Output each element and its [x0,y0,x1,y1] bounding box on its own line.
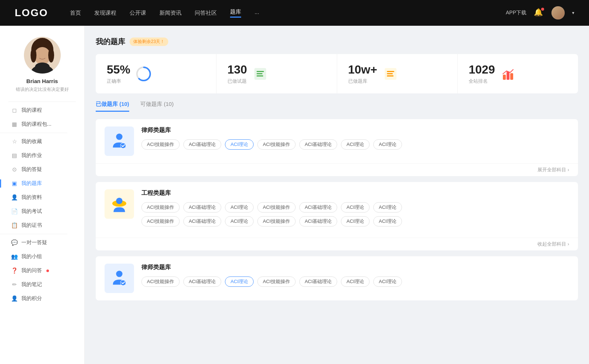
tab-done[interactable]: 已做题库 (10) [96,101,129,112]
navbar: LOGO 首页 发现课程 公开课 新闻资讯 问答社区 题库 ··· APP下载 … [0,0,589,26]
sidebar-item-package[interactable]: ▦ 我的课程包... [0,117,84,131]
stat-questions: 130 已做试题 [216,54,337,93]
tag-1-2[interactable]: ACI理论 [225,202,254,213]
tag-2-1[interactable]: ACI基础理论 [183,276,222,287]
svg-rect-10 [257,71,264,72]
nav-home[interactable]: 首页 [70,10,81,17]
sidebar-item-points[interactable]: 👤 我的积分 [0,292,84,306]
tutor-icon: 💬 [11,239,18,246]
nav-discover[interactable]: 发现课程 [94,10,116,17]
tag-2-6[interactable]: ACI理论 [373,276,402,287]
exam-icon: 📄 [11,208,18,215]
sidebar-item-cert[interactable]: 📋 我的证书 [0,218,84,232]
stat-questions-value: 130 [228,63,247,76]
tag-1-6[interactable]: ACI理论 [373,202,402,213]
tag-0-1[interactable]: ACI基础理论 [183,139,222,150]
main-content: 我的题库 体验剩余23天！ 55% 正确率 [85,26,589,364]
tag-0-0[interactable]: ACI技能操作 [141,139,180,150]
nav-question-bank[interactable]: 题库 [230,8,241,18]
sidebar-item-bank[interactable]: ▣ 我的题库 [0,176,84,190]
sidebar-item-myqa[interactable]: ❓ 我的问答 [0,264,84,278]
tag-1-r2-4[interactable]: ACI基础理论 [299,216,338,226]
sidebar-item-course[interactable]: ◻ 我的课程 [0,103,84,117]
stat-banks-value: 10w+ [348,63,377,76]
tag-0-5[interactable]: ACI理论 [341,139,370,150]
question-icon: ⊙ [11,166,18,173]
collapse-link-1[interactable]: 收起全部科目 › [96,238,578,250]
nav-more[interactable]: ··· [254,10,259,16]
sidebar-item-group[interactable]: 👥 我的小组 [0,250,84,264]
category-card-0: 律师类题库 ACI技能操作 ACI基础理论 ACI理论 ACI技能操作 ACI基… [96,119,578,176]
tag-1-r2-2[interactable]: ACI理论 [225,216,254,226]
tag-1-r2-1[interactable]: ACI基础理论 [183,216,222,226]
avatar[interactable] [551,6,565,19]
sidebar-item-tutor[interactable]: 💬 一对一答疑 [0,236,84,250]
sidebar-item-exam[interactable]: 📄 我的考试 [0,204,84,218]
tag-1-r2-3[interactable]: ACI技能操作 [257,216,296,226]
dropdown-arrow-icon[interactable]: ▾ [572,10,574,15]
favorite-icon: ☆ [11,138,18,145]
homework-icon: ▤ [11,152,18,159]
nav-news[interactable]: 新闻资讯 [159,10,181,17]
notification-bell[interactable]: 🔔 [534,8,544,18]
svg-rect-12 [257,75,263,76]
notification-dot [541,8,544,11]
course-icon: ◻ [11,107,18,114]
expand-link-0[interactable]: 展开全部科目 › [96,163,578,176]
notes-icon: ✏ [11,281,18,288]
qa-badge [46,270,49,272]
sidebar-item-notes[interactable]: ✏ 我的笔记 [0,278,84,292]
tag-2-0[interactable]: ACI技能操作 [141,276,180,287]
tag-2-5[interactable]: ACI理论 [341,276,370,287]
svg-point-22 [120,143,126,148]
sidebar-item-homework[interactable]: ▤ 我的作业 [0,149,84,163]
page-header: 我的题库 体验剩余23天！ [96,37,578,47]
category-card-2: 律师类题库 ACI技能操作 ACI基础理论 ACI理论 ACI技能操作 ACI基… [96,256,578,300]
avatar-image [551,6,565,19]
app-download-btn[interactable]: APP下载 [506,10,526,16]
tag-2-4[interactable]: ACI基础理论 [299,276,338,287]
page-title: 我的题库 [96,37,125,47]
trial-badge: 体验剩余23天！ [130,38,168,46]
stat-questions-label: 已做试题 [228,78,247,85]
avatar-svg [24,37,61,74]
sidebar-item-profile[interactable]: 👤 我的资料 [0,190,84,204]
bank-icon: ▣ [11,180,18,187]
tag-1-5[interactable]: ACI理论 [341,202,370,213]
svg-point-3 [31,48,36,63]
tag-1-r2-6[interactable]: ACI理论 [373,216,402,226]
sidebar-item-question[interactable]: ⊙ 我的答疑 [0,163,84,176]
stat-banks-label: 已做题库 [348,78,377,85]
tag-0-3[interactable]: ACI技能操作 [257,139,296,150]
svg-rect-17 [503,75,506,80]
tag-0-6[interactable]: ACI理论 [373,139,402,150]
sidebar-item-favorite[interactable]: ☆ 我的收藏 [0,135,84,149]
group-icon: 👥 [11,253,18,260]
svg-point-2 [34,47,50,65]
stat-ranking-value: 1029 [469,63,495,76]
navbar-right: APP下载 🔔 ▾ [506,6,574,19]
category-name-1: 工程类题库 [141,189,569,197]
tag-1-4[interactable]: ACI基础理论 [299,202,338,213]
tag-2-3[interactable]: ACI技能操作 [257,276,296,287]
page-wrapper: Brian Harris 错误的决定比没有决定要好 ◻ 我的课程 ▦ 我的课程包… [0,26,589,364]
nav-qa[interactable]: 问答社区 [195,10,217,17]
tags-row-1-b: ACI技能操作 ACI基础理论 ACI理论 ACI技能操作 ACI基础理论 AC… [141,216,569,226]
svg-rect-14 [387,71,394,72]
tag-1-r2-5[interactable]: ACI理论 [341,216,370,226]
sidebar-divider-1 [8,101,76,102]
tag-0-4[interactable]: ACI基础理论 [299,139,338,150]
stats-row: 55% 正确率 130 已做试题 [96,54,578,93]
nav-open-course[interactable]: 公开课 [130,10,146,17]
tag-2-2[interactable]: ACI理论 [225,276,254,287]
tag-1-3[interactable]: ACI技能操作 [257,202,296,213]
svg-rect-18 [507,72,509,80]
tab-available[interactable]: 可做题库 (10) [140,101,174,112]
tag-1-1[interactable]: ACI基础理论 [183,202,222,213]
package-icon: ▦ [11,121,18,128]
stat-accuracy-label: 正确率 [107,78,130,85]
questions-icon [252,66,268,82]
tag-1-0[interactable]: ACI技能操作 [141,202,180,213]
tag-0-2[interactable]: ACI理论 [225,139,254,150]
tag-1-r2-0[interactable]: ACI技能操作 [141,216,180,226]
